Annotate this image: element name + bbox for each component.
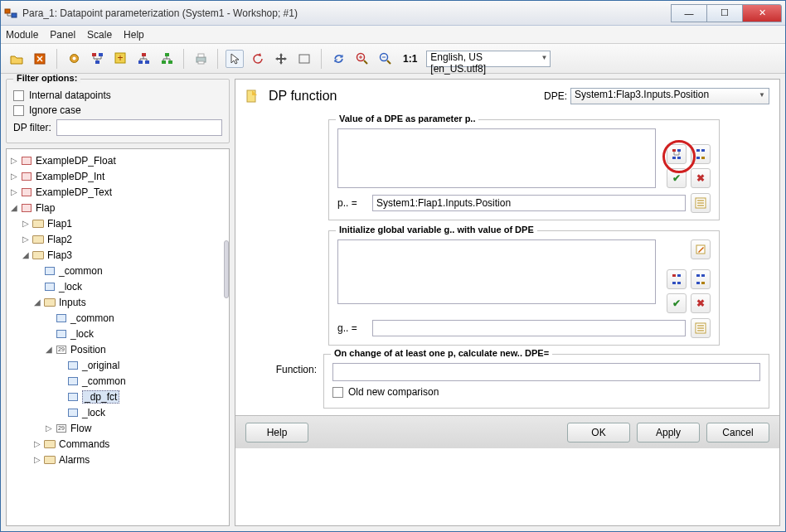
hier2-icon[interactable] — [158, 50, 176, 68]
menu-help[interactable]: Help — [124, 29, 144, 41]
scrollbar-thumb[interactable] — [224, 240, 229, 298]
edit-button[interactable] — [691, 239, 711, 259]
datapoint-tree[interactable]: ▷ExampleDP_Float ▷ExampleDP_Int ▷Example… — [6, 148, 230, 526]
app-icon — [4, 7, 17, 20]
dp-function-icon — [245, 89, 260, 104]
svg-rect-0 — [5, 9, 10, 13]
svg-line-23 — [364, 60, 367, 64]
svg-rect-27 — [672, 149, 676, 152]
rotate-icon[interactable] — [249, 50, 267, 68]
p-value[interactable]: System1:Flap1.Inputs.Position — [372, 195, 686, 211]
zoom-out-icon[interactable] — [376, 50, 394, 68]
detail-panel: DP function DPE: System1:Flap3.Inputs.Po… — [235, 79, 780, 526]
svg-rect-16 — [162, 60, 166, 64]
struct-icon — [20, 155, 33, 167]
dpe-select[interactable]: System1:Flap3.Inputs.Position — [570, 88, 769, 104]
svg-rect-41 — [677, 274, 681, 277]
function-input[interactable] — [332, 363, 760, 381]
cancel-button[interactable]: Cancel — [706, 423, 769, 443]
group-g-init: Initialize global variable g.. with valu… — [328, 230, 720, 346]
window-buttons: — ☐ ✕ — [672, 4, 782, 22]
svg-rect-26 — [247, 90, 255, 102]
delete-button[interactable]: ✖ — [691, 168, 711, 188]
group-function: On change of at least one p, calculate n… — [323, 354, 769, 409]
menu-panel[interactable]: Panel — [50, 29, 75, 41]
gear-icon[interactable] — [65, 50, 83, 68]
titlebar: Para_1: Datapoint parameterization (Syst… — [1, 1, 785, 26]
svg-rect-15 — [165, 53, 169, 56]
function-label: Function: — [245, 354, 317, 375]
print-icon[interactable] — [192, 50, 210, 68]
toolbar: + 1:1 English, US [en_US.utf8] — [1, 44, 785, 74]
open-icon[interactable] — [7, 50, 26, 68]
dp-filter-input[interactable] — [56, 119, 222, 136]
menu-module[interactable]: Module — [6, 29, 38, 41]
ratio-button[interactable]: 1:1 — [399, 50, 421, 68]
svg-rect-28 — [677, 149, 681, 152]
hier1-icon[interactable] — [134, 50, 153, 68]
svg-rect-42 — [672, 282, 676, 284]
internal-dp-checkbox[interactable]: Internal datapoints — [13, 89, 222, 101]
svg-text:+: + — [117, 52, 123, 64]
close-panel-icon[interactable] — [31, 50, 49, 68]
dpe-label: DPE: — [544, 90, 567, 102]
minimize-button[interactable]: — — [671, 4, 707, 22]
svg-rect-9 — [95, 60, 99, 64]
folder-icon — [32, 218, 45, 230]
dp-select-button-highlighted[interactable] — [667, 144, 687, 164]
accept-g-button[interactable]: ✔ — [667, 293, 687, 313]
tree-icon[interactable] — [88, 50, 106, 68]
node-add-icon[interactable]: + — [111, 50, 129, 68]
svg-rect-45 — [701, 274, 705, 277]
svg-rect-8 — [99, 53, 103, 56]
dp-sel-g1-button[interactable] — [667, 269, 687, 289]
maximize-button[interactable]: ☐ — [706, 4, 743, 22]
svg-rect-19 — [198, 54, 204, 57]
menu-scale[interactable]: Scale — [87, 29, 112, 41]
tree-item-selected[interactable]: _dp_fct — [8, 389, 227, 404]
filter-options: Filter options: Internal datapoints Igno… — [6, 79, 230, 143]
ignore-case-checkbox[interactable]: Ignore case — [13, 104, 222, 116]
svg-rect-47 — [701, 282, 705, 284]
svg-rect-12 — [142, 53, 146, 56]
delete-g-button[interactable]: ✖ — [691, 293, 711, 313]
g-value-input[interactable] — [372, 320, 686, 336]
apply-button[interactable]: Apply — [637, 423, 700, 443]
dp-sel-g2-button[interactable] — [691, 269, 711, 289]
ok-button[interactable]: OK — [567, 423, 630, 443]
old-new-checkbox[interactable]: Old new comparison — [332, 386, 760, 398]
svg-point-6 — [72, 57, 75, 60]
svg-rect-17 — [168, 60, 172, 64]
svg-rect-46 — [696, 282, 700, 284]
svg-rect-34 — [701, 157, 705, 159]
list-g-button[interactable] — [691, 318, 711, 338]
svg-line-25 — [387, 60, 391, 64]
svg-rect-32 — [701, 149, 705, 152]
svg-rect-31 — [696, 149, 700, 152]
svg-rect-7 — [92, 53, 96, 56]
svg-rect-14 — [145, 60, 149, 64]
svg-rect-33 — [696, 157, 700, 159]
svg-rect-44 — [696, 274, 700, 277]
svg-rect-20 — [198, 61, 204, 64]
filter-legend: Filter options: — [13, 74, 80, 83]
svg-rect-29 — [672, 157, 676, 159]
rect-icon[interactable] — [295, 50, 313, 68]
refresh-icon[interactable] — [329, 50, 347, 68]
zoom-in-icon[interactable] — [352, 50, 371, 68]
help-button[interactable]: Help — [245, 423, 308, 443]
list-button[interactable] — [691, 193, 711, 213]
panel-heading: DP function — [269, 89, 337, 104]
svg-rect-40 — [672, 274, 676, 277]
move-icon[interactable] — [272, 50, 290, 68]
close-button[interactable]: ✕ — [742, 4, 782, 22]
svg-rect-13 — [138, 60, 143, 64]
p-list[interactable] — [337, 128, 656, 188]
language-select[interactable]: English, US [en_US.utf8] — [426, 51, 551, 67]
g-list[interactable] — [337, 239, 656, 304]
svg-rect-30 — [677, 157, 681, 159]
svg-rect-43 — [677, 282, 681, 284]
svg-rect-21 — [299, 55, 309, 63]
cursor-icon[interactable] — [226, 50, 244, 68]
button-bar: Help OK Apply Cancel — [235, 415, 779, 448]
